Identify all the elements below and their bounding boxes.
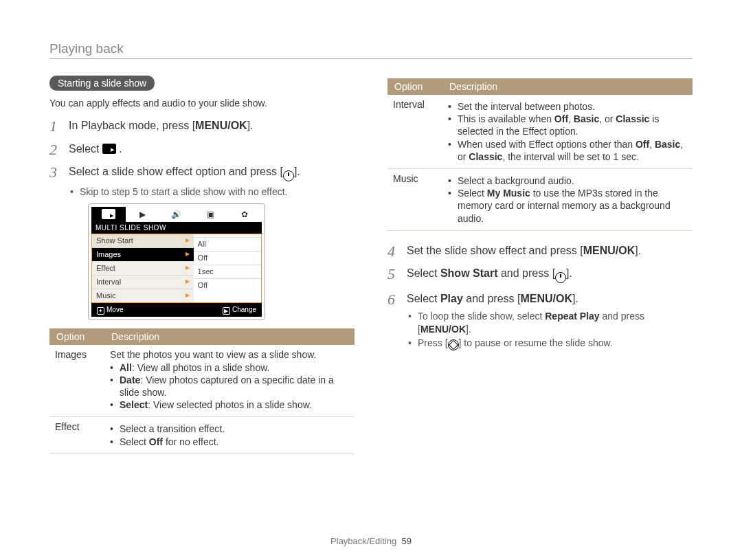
step-4: Set the slide show effect and press [MEN…: [387, 243, 693, 258]
row-interval: Interval Set the interval between photos…: [387, 95, 693, 168]
camera-row-interval: Interval▶: [92, 275, 194, 289]
footer-page-number: 59: [401, 536, 411, 546]
options-table-right: Option Description Interval Set the inte…: [387, 78, 693, 231]
shutter-icon: [555, 272, 566, 283]
step-1-text-c: ].: [247, 120, 254, 131]
steps-list-left: In Playback mode, press [MENU/OK]. Selec…: [49, 118, 355, 320]
shutter-icon: [283, 170, 294, 181]
row-effect: Effect Select a transition effect. Selec…: [49, 417, 355, 453]
camera-tabs: ▶ 🔊 ▣ ✿: [91, 207, 262, 222]
table-header-row-r: Option Description: [387, 78, 693, 95]
camera-foot-change: Change: [232, 306, 256, 313]
camera-val-2: Off: [194, 251, 261, 265]
left-column: Starting a slide show You can apply effe…: [49, 76, 355, 454]
page-footer: Playback/Editing 59: [0, 536, 742, 546]
step-3-text-b: ].: [294, 166, 300, 177]
multi-slideshow-icon: [102, 144, 116, 154]
row-music: Music Select a background audio. Select …: [387, 168, 693, 230]
row-effect-desc: Select a transition effect. Select Off f…: [104, 417, 355, 453]
tab-play-icon: ▶: [126, 207, 160, 222]
camera-row-images: Images▶: [92, 247, 194, 261]
camera-menu-title: MULTI SLIDE SHOW: [91, 222, 262, 234]
footer-section: Playback/Editing: [330, 536, 396, 546]
step-1: In Playback mode, press [MENU/OK].: [49, 118, 355, 133]
camera-foot-move: Move: [106, 306, 123, 313]
camera-menu-values: All Off 1sec Off: [194, 234, 261, 302]
camera-row-showstart: Show Start▶: [92, 234, 194, 247]
tab-settings-icon: ✿: [227, 207, 262, 222]
camera-val-1: All: [194, 237, 261, 251]
table-header-row: Option Description: [49, 328, 355, 345]
camera-row-music: Music▶: [92, 289, 194, 302]
step-6-note-repeat: To loop the slide show, select Repeat Pl…: [407, 310, 693, 335]
tab-slideshow-icon: [91, 207, 126, 222]
steps-list-right: Set the slide show effect and press [MEN…: [387, 243, 693, 350]
content-columns: Starting a slide show You can apply effe…: [49, 76, 693, 454]
th-description: Description: [104, 328, 355, 345]
camera-val-4: Off: [194, 278, 261, 292]
tab-sound-icon: 🔊: [159, 207, 194, 222]
camera-menu-screenshot: ▶ 🔊 ▣ ✿ MULTI SLIDE SHOW Show Start▶ Ima…: [88, 203, 265, 320]
step-6-note-pause: Press [] to pause or resume the slide sh…: [407, 337, 693, 350]
tab-display-icon: ▣: [194, 207, 228, 222]
step-3: Select a slide show effect option and pr…: [49, 164, 355, 320]
step-3-text-a: Select a slide show effect option and pr…: [69, 166, 283, 177]
section-heading-pill: Starting a slide show: [49, 76, 155, 91]
step-2: Select .: [49, 142, 355, 157]
th-description-r: Description: [442, 78, 693, 95]
camera-val-3: 1sec: [194, 265, 261, 278]
th-option: Option: [49, 328, 104, 345]
row-music-name: Music: [387, 168, 442, 230]
th-option-r: Option: [387, 78, 442, 95]
step-5: Select Show Start and press [].: [387, 266, 693, 283]
options-table-left: Option Description Images Set the photos…: [49, 328, 355, 454]
row-images: Images Set the photos you want to view a…: [49, 345, 355, 417]
row-images-name: Images: [49, 345, 104, 417]
row-interval-name: Interval: [387, 95, 442, 168]
row-interval-desc: Set the interval between photos. This is…: [442, 95, 693, 168]
iris-icon: [448, 339, 459, 350]
camera-row-effect: Effect▶: [92, 261, 194, 275]
intro-text: You can apply effects and audio to your …: [49, 98, 355, 109]
page-title: Playing back: [49, 41, 693, 59]
camera-footer: ✦Move ▶Change: [91, 303, 262, 317]
right-column: Option Description Interval Set the inte…: [387, 76, 693, 454]
row-images-desc: Set the photos you want to view as a sli…: [104, 345, 355, 417]
step-1-text-a: In Playback mode, press [: [69, 120, 195, 131]
step-3-note: Skip to step 5 to start a slide show wit…: [69, 186, 355, 198]
camera-menu-list: Show Start▶ Images▶ Effect▶ Interval▶ Mu…: [92, 234, 194, 302]
row-music-desc: Select a background audio. Select My Mus…: [442, 168, 693, 230]
step-6: Select Play and press [MENU/OK]. To loop…: [387, 291, 693, 350]
row-effect-name: Effect: [49, 417, 104, 453]
step-2-text: Select: [69, 143, 102, 155]
step-1-bold: MENU/OK: [195, 120, 247, 131]
